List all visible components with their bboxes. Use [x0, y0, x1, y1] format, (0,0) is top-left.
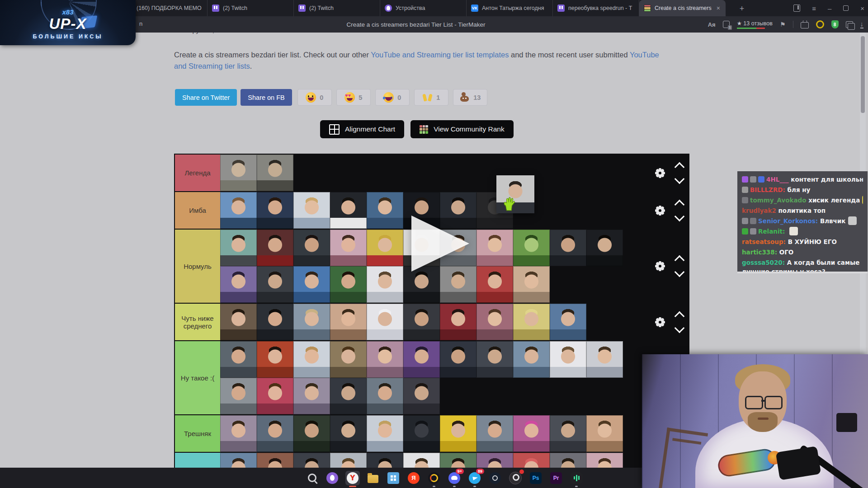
streamer-photo-tile[interactable]	[220, 415, 257, 452]
video-play-button[interactable]	[411, 216, 469, 272]
browser-tab[interactable]: переобувка speedrun - Т	[553, 0, 639, 16]
streamer-photo-tile[interactable]	[293, 230, 330, 266]
alignment-chart-button[interactable]: Alignment Chart	[320, 120, 404, 138]
streamer-photo-tile[interactable]	[257, 304, 293, 340]
streamer-photo-tile[interactable]	[367, 266, 403, 303]
browser-tab[interactable]: Create a cis streamers×	[639, 0, 726, 16]
grin-reaction-button[interactable]: 0	[297, 89, 332, 106]
streamer-photo-tile[interactable]	[220, 378, 257, 414]
streamer-photo-tile[interactable]	[330, 266, 367, 303]
move-tier-down-icon[interactable]	[675, 267, 685, 277]
tier-label[interactable]: Трешняк	[175, 415, 220, 452]
tier-label[interactable]: Легенда	[175, 155, 220, 191]
streamer-photo-tile[interactable]	[513, 304, 550, 340]
streamer-photo-tile[interactable]	[330, 415, 367, 452]
streamer-photo-tile[interactable]	[293, 341, 330, 378]
streamer-photo-tile[interactable]	[513, 230, 550, 266]
streamer-photo-tile[interactable]	[550, 230, 586, 266]
taskbar-search-icon[interactable]	[305, 471, 319, 485]
streamer-photo-tile[interactable]	[330, 192, 367, 229]
turbo-icon[interactable]	[816, 20, 824, 28]
streamer-photo-tile[interactable]	[293, 415, 330, 452]
streamer-photo-tile[interactable]	[550, 304, 586, 340]
streamer-photo-tile[interactable]	[403, 341, 440, 378]
tier-settings-gear-icon[interactable]	[653, 204, 667, 217]
share-facebook-button[interactable]: Share on FB	[241, 89, 292, 106]
streamer-photo-tile[interactable]	[367, 415, 403, 452]
tier-label[interactable]: Имба	[175, 192, 220, 229]
streamer-photo-tile[interactable]	[586, 341, 623, 378]
streamer-photo-tile[interactable]	[476, 230, 513, 266]
browser-tab[interactable]: Устройства	[380, 0, 467, 16]
streamer-photo-tile[interactable]	[367, 192, 403, 229]
tab-close-icon[interactable]: ×	[716, 5, 721, 12]
move-tier-up-icon[interactable]	[675, 199, 685, 210]
download-icon[interactable]: ↓	[860, 20, 864, 28]
move-tier-down-icon[interactable]	[675, 323, 685, 333]
text-link[interactable]: YouTube	[630, 51, 659, 59]
streamer-photo-tile[interactable]	[440, 266, 476, 303]
tier-label[interactable]: Нормуль	[175, 230, 220, 303]
streamer-photo-tile[interactable]	[257, 415, 293, 452]
move-tier-up-icon[interactable]	[675, 311, 685, 321]
streamer-photo-tile[interactable]	[513, 415, 550, 452]
extension-icon[interactable]: 1	[723, 21, 730, 28]
streamer-photo-tile[interactable]	[476, 341, 513, 378]
streamer-photo-tile[interactable]	[257, 378, 293, 414]
view-community-rank-button[interactable]: View Community Rank	[410, 120, 514, 138]
streamer-photo-tile[interactable]	[293, 304, 330, 340]
streamer-photo-tile[interactable]	[440, 341, 476, 378]
streamer-photo-tile[interactable]	[476, 415, 513, 452]
streamer-photo-tile[interactable]	[220, 155, 257, 191]
close-window-button[interactable]: ×	[860, 5, 864, 12]
streamer-photo-tile[interactable]	[513, 266, 550, 303]
tv-mode-icon[interactable]	[801, 22, 809, 28]
taskbar-steam-icon[interactable]	[488, 471, 502, 485]
taskbar-premiere-icon[interactable]: Pr	[549, 471, 563, 485]
dragged-tile[interactable]	[496, 175, 534, 213]
streamer-photo-tile[interactable]	[293, 266, 330, 303]
streamer-photo-tile[interactable]	[220, 266, 257, 303]
streamer-photo-tile[interactable]	[330, 378, 367, 414]
move-tier-up-icon[interactable]	[675, 255, 685, 266]
browser-tab[interactable]: VKАнтон Татыржа сегодня	[467, 0, 553, 16]
poop-reaction-button[interactable]: 13	[453, 89, 487, 106]
streamer-photo-tile[interactable]	[586, 230, 623, 266]
new-tab-button[interactable]: +	[737, 4, 747, 14]
streamer-photo-tile[interactable]	[367, 230, 403, 266]
taskbar-photoshop-icon[interactable]: Ps	[528, 471, 543, 485]
streamer-photo-tile[interactable]	[367, 378, 403, 414]
streamer-photo-tile[interactable]	[550, 415, 586, 452]
streamer-photo-tile[interactable]	[220, 230, 257, 266]
streamer-photo-tile[interactable]	[550, 341, 586, 378]
tier-settings-gear-icon[interactable]	[653, 166, 667, 180]
taskbar-yandex-browser-icon[interactable]: Y	[345, 471, 360, 485]
streamer-photo-tile[interactable]	[220, 192, 257, 229]
text-link[interactable]: YouTube and Streaming tier list template…	[371, 51, 509, 59]
streamer-photo-tile[interactable]	[330, 341, 367, 378]
streamer-photo-tile[interactable]	[440, 415, 476, 452]
bookmark-icon[interactable]: ⚑	[780, 21, 786, 28]
streamer-photo-tile[interactable]	[513, 341, 550, 378]
streamer-photo-tile[interactable]	[257, 155, 293, 191]
move-tier-up-icon[interactable]	[675, 162, 685, 172]
streamer-photo-tile[interactable]	[220, 304, 257, 340]
restore-button[interactable]	[843, 5, 849, 11]
streamer-photo-tile[interactable]	[586, 415, 623, 452]
taskbar-obs-icon[interactable]	[508, 471, 523, 485]
streamer-photo-tile[interactable]	[403, 304, 440, 340]
streamer-photo-tile[interactable]	[257, 341, 293, 378]
streamer-photo-tile[interactable]	[476, 266, 513, 303]
taskbar-discord-icon[interactable]: 9+	[447, 471, 462, 485]
text-link[interactable]: and Streaming tier lists	[174, 62, 250, 70]
browser-tab[interactable]: (2) Twitch	[208, 0, 294, 16]
move-tier-down-icon[interactable]	[675, 174, 685, 184]
move-tier-down-icon[interactable]	[675, 211, 685, 221]
streamer-photo-tile[interactable]	[220, 341, 257, 378]
streamer-photo-tile[interactable]	[293, 378, 330, 414]
streamer-photo-tile[interactable]	[367, 341, 403, 378]
minimize-button[interactable]: –	[828, 5, 831, 12]
sidebar-panel-icon[interactable]	[793, 5, 800, 12]
joy-reaction-button[interactable]: 0	[375, 89, 410, 106]
taskbar-alice-icon[interactable]	[325, 471, 340, 485]
